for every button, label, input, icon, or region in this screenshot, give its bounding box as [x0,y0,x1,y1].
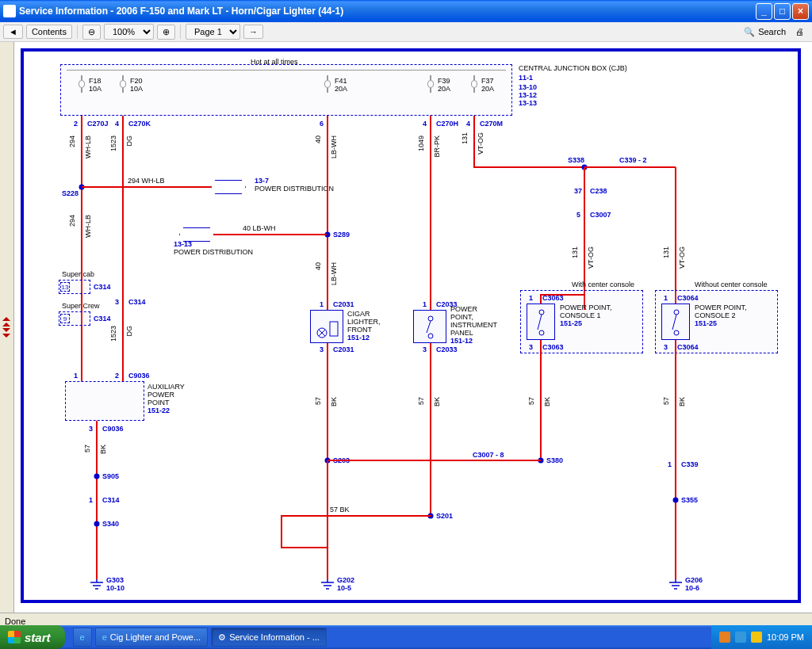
tray-icon-1[interactable] [719,632,730,643]
wire-cigar-gnd [327,343,328,460]
w57-aux: 57 [83,445,91,452]
c3007: C3007 [590,211,611,219]
s289-label: S289 [333,231,350,239]
cigar-title-2: LIGHTER, [347,318,381,326]
bk-ppip: BK [433,397,441,407]
aux-pin1: 1 [74,372,78,380]
page-select[interactable]: Page 1 [186,24,240,40]
c3064b: C3064 [677,343,699,351]
pd1-ref: 13-7 [255,177,269,185]
tray-icon-2[interactable] [735,632,746,643]
fuse-f20-name: F20 [130,77,143,85]
wire-g202-vertB [281,516,282,548]
status-text: Done [5,617,25,626]
s905-label: S905 [102,472,119,480]
ground-g202 [320,579,335,592]
cjb-note1: 13-10 [519,83,537,91]
fuse-f37-rating: 20A [481,85,494,93]
back-button[interactable]: ◄ [3,25,23,39]
c3063b-pin: 3 [529,343,533,351]
taskbar: start e e Cig Lighter and Powe... ⚙ Serv… [0,625,812,649]
cigar-ref: 151-12 [347,334,370,342]
w131a: 131 [461,132,469,144]
fuse-f18-rating: 10A [89,85,102,93]
pd2-ref: 13-13 [174,240,192,248]
separator [77,25,78,39]
vtog-a: VT-OG [477,132,485,155]
w57-ppip: 57 [417,397,425,405]
next-page-button[interactable]: → [243,25,263,39]
zoom-select[interactable]: 100% [104,24,154,40]
minimize-button[interactable]: _ [756,3,772,20]
supercrew-note: Super Crew [62,302,100,310]
system-tray[interactable]: 10:09 PM [711,625,812,649]
fuse-f37 [469,75,480,93]
ppc1-title-2: CONSOLE 1 [560,311,601,319]
c2031: C2031 [333,300,354,308]
bk-pp2: BK [678,397,686,407]
fuse-f37-name: F37 [481,77,494,85]
w1049a: 1049 [417,136,425,151]
wire-gnd-bus1 [327,460,541,461]
lbwh-b: LB-WH [330,262,338,285]
c270j: C270J [87,120,109,128]
cigar-title-1: CIGAR [347,310,370,318]
pd40-label: 40 LB-WH [243,224,276,232]
separator [180,25,181,39]
maximize-button[interactable]: □ [774,3,791,20]
c314a-pin: 13 [60,282,70,292]
search-label[interactable]: Search [758,27,786,36]
ppip-title-1: POWER [450,305,477,313]
vtog-c: VT-OG [678,246,686,269]
wire-s289-branch [214,234,327,235]
g206-ref: 10-6 [685,584,699,592]
w131c: 131 [662,246,670,258]
start-button[interactable]: start [0,625,65,649]
fuse-f41-name: F41 [335,77,347,85]
tray-icon-3[interactable] [751,632,762,643]
pp-c2-note: Without center console [695,281,768,288]
toolbar: ◄ Contents ⊖ 100% ⊕ Page 1 → 🔍 Search 🖨 [0,22,812,42]
wire-g202-horiz [281,515,431,517]
fuse-f39 [425,75,436,93]
w57-cigar: 57 [314,397,322,405]
c314d-pin: 1 [89,496,93,504]
aux-title-2: POWER [147,391,174,399]
contents-button[interactable]: Contents [26,25,72,39]
w1523a: 1523 [109,136,117,151]
c9036: C9036 [128,372,150,380]
aux-power-box [65,381,144,421]
c339-2-label: C339 - 2 [619,156,647,164]
splice-s905 [94,474,100,479]
zoom-in-button[interactable]: ⊕ [157,25,175,40]
close-button[interactable]: × [792,3,809,20]
ppip-ref: 151-12 [450,337,473,345]
fuse-f20 [117,75,128,93]
pp-c1-note: With center console [572,281,634,288]
cigar-title-3: FRONT [347,326,372,334]
wire-s228-branch [82,186,211,188]
svg-point-14 [674,310,679,315]
taskbar-ie-icon[interactable]: e [73,628,92,647]
c270h-pin2: 4 [423,120,427,128]
print-icon[interactable]: 🖨 [795,27,804,36]
taskbar-task-1[interactable]: e Cig Lighter and Powe... [95,628,208,647]
ie-icon: e [102,632,107,642]
g303-name: G303 [106,576,124,584]
zoom-out-button[interactable]: ⊖ [82,25,101,40]
wiring-diagram: Hot at all times CENTRAL JUNCTION BOX (C… [29,56,793,595]
c2033-pin: 1 [423,300,427,308]
hex-pd1 [211,180,246,194]
c270k: C270K [128,120,151,128]
taskbar-task-2[interactable]: ⚙ Service Information - ... [211,628,327,647]
bk-aux: BK [99,445,107,454]
c9036b-pin: 3 [89,425,93,433]
diagram-viewer[interactable]: Hot at all times CENTRAL JUNCTION BOX (C… [0,42,812,613]
clock[interactable]: 10:09 PM [767,632,804,642]
w57-pp2: 57 [662,397,670,405]
wire-f37-horiz [473,166,584,168]
wire-pp1-hookh [540,294,585,296]
c314c: C314 [128,298,146,306]
bk-cigar: BK [330,397,338,407]
wire-pp2-gnd [675,340,676,579]
